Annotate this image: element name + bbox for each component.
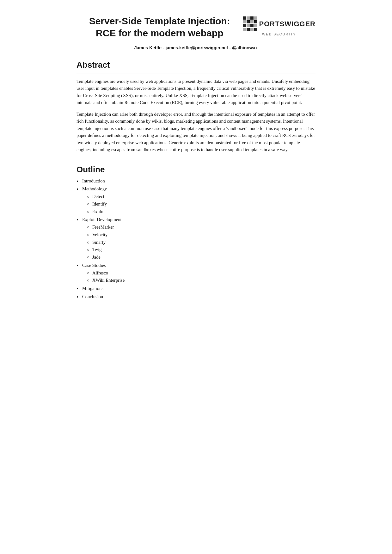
page-title: Server-Side Template Injection: RCE for … — [77, 15, 243, 39]
outline-sub-list: AlfrescoXWiki Enterprise — [87, 270, 315, 284]
outline-sub-item: Exploit — [87, 208, 315, 215]
outline-sub-item: XWiki Enterprise — [87, 277, 315, 284]
outline-item: Exploit DevelopmentFreeMarkerVelocitySma… — [77, 216, 315, 261]
page-header: Server-Side Template Injection: RCE for … — [77, 15, 315, 39]
outline-title: Outline — [77, 163, 315, 176]
outline-sub-list: FreeMarkerVelocitySmartyTwigJade — [87, 224, 315, 261]
outline-sub-item: FreeMarker — [87, 224, 315, 231]
logo-block: PORTSWIGGER WEB SECURITY — [243, 16, 315, 37]
outline-sub-item: Alfresco — [87, 270, 315, 277]
outline-sub-item: Jade — [87, 254, 315, 261]
outline-item: Conclusion — [77, 293, 315, 300]
outline-item: Introduction — [77, 178, 315, 185]
outline-sub-list: DetectIdentifyExploit — [87, 193, 315, 215]
outline-sub-item: Detect — [87, 193, 315, 200]
abstract-paragraph-1: Template engines are widely used by web … — [77, 78, 315, 106]
outline-section: Outline IntroductionMethodologyDetectIde… — [77, 163, 315, 300]
outline-sub-item: Identify — [87, 201, 315, 208]
abstract-divider — [77, 73, 315, 73]
outline-item: Mitigations — [77, 285, 315, 292]
outline-sub-item: Smarty — [87, 239, 315, 246]
author-line: James Kettle - james.kettle@portswigger.… — [77, 45, 315, 51]
outline-sub-item: Velocity — [87, 231, 315, 238]
logo-graphic: PORTSWIGGER — [243, 16, 315, 31]
outline-item: MethodologyDetectIdentifyExploit — [77, 186, 315, 215]
title-block: Server-Side Template Injection: RCE for … — [77, 15, 243, 39]
abstract-section: Abstract Template engines are widely use… — [77, 59, 315, 153]
outline-sub-item: Twig — [87, 246, 315, 253]
abstract-paragraph-2: Template Injection can arise both throug… — [77, 111, 315, 153]
outline-item: Case StudiesAlfrescoXWiki Enterprise — [77, 262, 315, 284]
logo-name: PORTSWIGGER — [259, 19, 315, 29]
page-container: Server-Side Template Injection: RCE for … — [54, 0, 338, 327]
logo-icon — [243, 16, 257, 31]
abstract-title: Abstract — [77, 59, 315, 71]
logo-subtitle: WEB SECURITY — [262, 32, 296, 37]
outline-list: IntroductionMethodologyDetectIdentifyExp… — [77, 178, 315, 300]
